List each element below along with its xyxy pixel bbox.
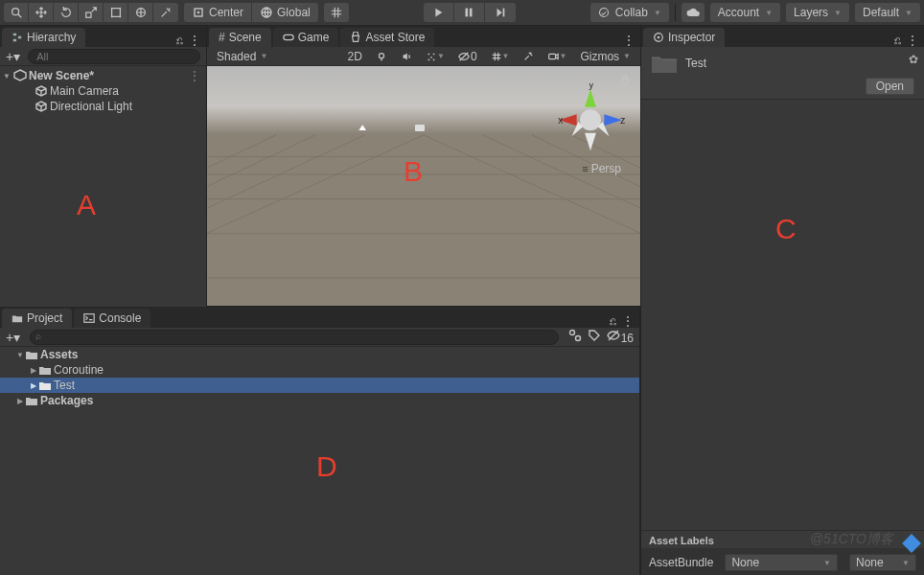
grid-toggle[interactable]: ▼ bbox=[487, 49, 514, 64]
hierarchy-scene-row[interactable]: ▼ New Scene* ⋮ bbox=[0, 68, 206, 83]
expand-arrow-icon[interactable]: ▶ bbox=[29, 381, 38, 390]
audio-toggle[interactable] bbox=[397, 49, 416, 64]
mode-2d-toggle[interactable]: 2D bbox=[344, 49, 366, 64]
folder-icon bbox=[25, 394, 38, 407]
cloud-services-button[interactable] bbox=[681, 3, 705, 22]
projection-mode-label[interactable]: ≡ Persp bbox=[582, 162, 621, 175]
step-button[interactable] bbox=[485, 3, 516, 22]
scene-viewport[interactable]: x y z ≡ Persp B bbox=[207, 66, 640, 306]
custom-tool-button[interactable] bbox=[153, 3, 178, 22]
svg-rect-19 bbox=[284, 34, 293, 39]
gear-icon[interactable]: ✿ bbox=[909, 53, 918, 66]
assets-label: Assets bbox=[40, 348, 78, 361]
tab-inspector[interactable]: Inspector bbox=[643, 28, 725, 47]
project-body: ▼ Assets ▶ Coroutine ▶ Test bbox=[0, 347, 639, 575]
svg-point-6 bbox=[110, 16, 112, 18]
svg-point-21 bbox=[428, 53, 430, 55]
space-mode-label: Global bbox=[277, 6, 311, 19]
svg-point-5 bbox=[119, 8, 121, 10]
project-folder-assets[interactable]: ▼ Assets bbox=[0, 347, 639, 362]
svg-point-7 bbox=[119, 16, 121, 18]
scene-panel: # Scene Game Asset Store ⋮ bbox=[207, 26, 640, 307]
panel-lock-icon[interactable]: ⎌ bbox=[176, 34, 183, 47]
project-folder-item-selected[interactable]: ▶ Test bbox=[0, 378, 639, 393]
collab-dropdown[interactable]: Collab ▼ bbox=[590, 3, 669, 22]
hand-tool-button[interactable] bbox=[4, 3, 29, 22]
account-dropdown[interactable]: Account ▼ bbox=[710, 3, 780, 22]
tab-project[interactable]: Project bbox=[2, 309, 72, 328]
shading-mode-dropdown[interactable]: Shaded▼ bbox=[213, 49, 271, 64]
scene-panel-menu: ⋮ bbox=[623, 34, 638, 47]
scene-lock-icon[interactable] bbox=[615, 72, 635, 87]
open-button[interactable]: Open bbox=[866, 78, 914, 95]
project-folder-item[interactable]: ▶ Coroutine bbox=[0, 362, 639, 378]
expand-arrow-icon[interactable]: ▶ bbox=[29, 366, 38, 375]
scale-tool-button[interactable] bbox=[79, 3, 104, 22]
rotate-tool-button[interactable] bbox=[54, 3, 79, 22]
hidden-visibility-button[interactable]: 16 bbox=[607, 329, 634, 345]
caret-down-icon: ▼ bbox=[623, 52, 631, 60]
expand-arrow-icon[interactable]: ▶ bbox=[15, 397, 25, 405]
create-dropdown-button[interactable]: +▾ bbox=[6, 49, 20, 64]
pivot-mode-button[interactable]: Center bbox=[184, 3, 252, 22]
caret-down-icon: ▼ bbox=[654, 9, 661, 17]
tab-game[interactable]: Game bbox=[273, 28, 339, 47]
tab-asset-store[interactable]: Asset Store bbox=[340, 28, 434, 47]
asset-bundle-dropdown[interactable]: None ▼ bbox=[725, 554, 838, 571]
inspector-tab-label: Inspector bbox=[668, 31, 715, 44]
caret-down-icon: ▼ bbox=[437, 52, 445, 60]
hierarchy-item[interactable]: Main Camera bbox=[0, 83, 206, 99]
search-icon: ⌕ bbox=[35, 331, 41, 341]
panel-menu-icon[interactable]: ⋮ bbox=[907, 34, 918, 47]
annotation-d: D bbox=[316, 452, 337, 481]
space-mode-button[interactable]: Global bbox=[252, 3, 318, 22]
project-folder-packages[interactable]: ▶ Packages bbox=[0, 393, 639, 408]
asset-bundle-variant-dropdown[interactable]: None ▼ bbox=[849, 554, 916, 571]
layout-dropdown[interactable]: Default ▼ bbox=[855, 3, 920, 22]
panel-menu-icon[interactable]: ⋮ bbox=[189, 34, 200, 47]
hierarchy-item[interactable]: Directional Light bbox=[0, 99, 206, 114]
svg-point-55 bbox=[569, 331, 574, 335]
svg-point-20 bbox=[379, 53, 383, 58]
scene-tab-label: Scene bbox=[229, 31, 262, 44]
scene-menu-icon[interactable]: ⋮ bbox=[189, 69, 200, 82]
project-search-input[interactable] bbox=[30, 330, 558, 345]
gizmos-dropdown[interactable]: Gizmos▼ bbox=[576, 49, 635, 64]
snap-group bbox=[324, 3, 349, 22]
panel-menu-icon[interactable]: ⋮ bbox=[623, 34, 635, 47]
project-create-button[interactable]: +▾ bbox=[6, 330, 20, 345]
layers-dropdown[interactable]: Layers ▼ bbox=[786, 3, 849, 22]
panel-lock-icon[interactable]: ⎌ bbox=[894, 34, 901, 47]
play-button[interactable] bbox=[424, 3, 454, 22]
fx-toggle[interactable]: ▼ bbox=[422, 49, 449, 64]
top-toolbar: Center Global Collab ▼ Account ▼ bbox=[0, 0, 924, 26]
scene-tabs: # Scene Game Asset Store ⋮ bbox=[207, 26, 640, 47]
lighting-toggle[interactable] bbox=[372, 49, 391, 64]
scene-icon: # bbox=[219, 31, 225, 44]
rect-tool-button[interactable] bbox=[104, 3, 128, 22]
project-search: ⌕ bbox=[30, 330, 558, 345]
scene-icon bbox=[13, 69, 27, 82]
pause-button[interactable] bbox=[454, 3, 485, 22]
tools-toggle[interactable] bbox=[519, 49, 538, 64]
scene-sky bbox=[207, 66, 640, 133]
snap-toggle-button[interactable] bbox=[324, 3, 349, 22]
tab-hierarchy[interactable]: Hierarchy bbox=[2, 28, 85, 47]
transform-tools-group bbox=[4, 3, 178, 22]
tab-scene[interactable]: # Scene bbox=[209, 28, 271, 47]
tab-console[interactable]: Console bbox=[74, 309, 150, 328]
filter-by-type-button[interactable] bbox=[568, 329, 582, 345]
filter-by-label-button[interactable] bbox=[588, 329, 601, 345]
camera-settings[interactable]: ▼ bbox=[543, 49, 570, 64]
panel-menu-icon[interactable]: ⋮ bbox=[622, 314, 634, 328]
scene-visibility-toggle[interactable]: 0 bbox=[454, 49, 481, 64]
caret-down-icon: ▼ bbox=[559, 52, 566, 60]
expand-arrow-icon[interactable]: ▼ bbox=[15, 351, 25, 359]
transform-tool-button[interactable] bbox=[128, 3, 153, 22]
expand-arrow-icon[interactable]: ▼ bbox=[2, 72, 12, 80]
panel-lock-icon[interactable]: ⎌ bbox=[610, 314, 616, 328]
hierarchy-search-input[interactable] bbox=[28, 49, 200, 64]
svg-point-23 bbox=[430, 57, 432, 58]
annotation-c: C bbox=[775, 215, 797, 243]
move-tool-button[interactable] bbox=[29, 3, 54, 22]
